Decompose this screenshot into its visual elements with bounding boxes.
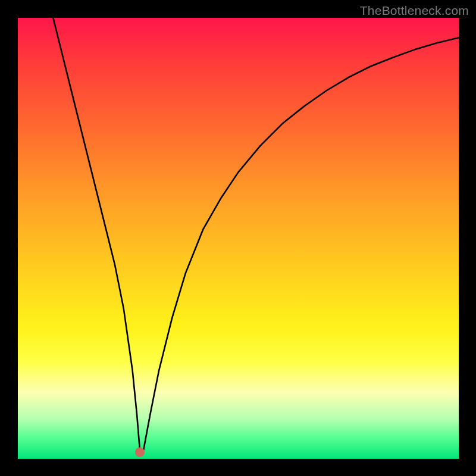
minimum-marker	[135, 447, 145, 457]
bottleneck-curve	[18, 18, 459, 459]
watermark-label: TheBottleneck.com	[360, 4, 469, 18]
chart-container: TheBottleneck.com	[0, 0, 476, 476]
plot-area	[18, 18, 459, 459]
